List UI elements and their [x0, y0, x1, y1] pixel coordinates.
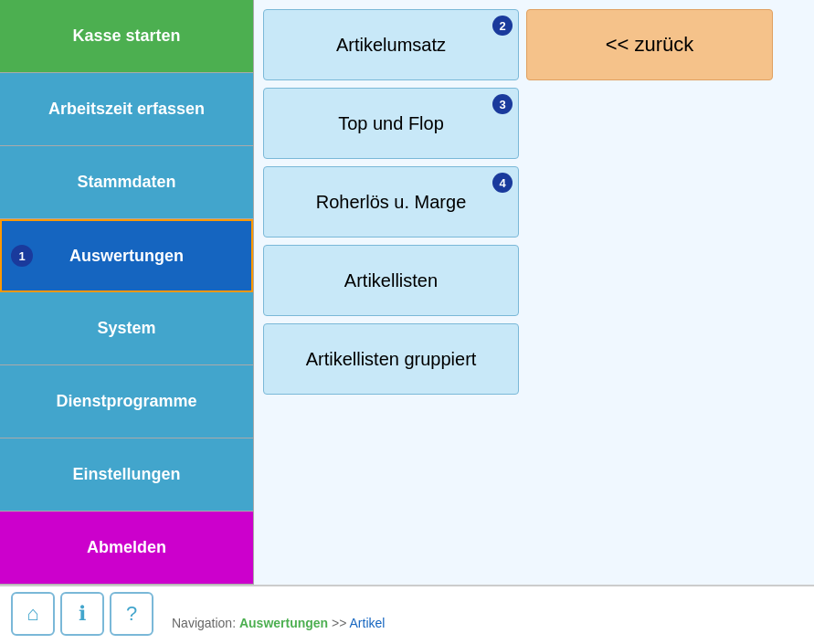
sidebar-label-stammdaten: Stammdaten: [77, 173, 175, 192]
artikelumsatz-label: Artikelumsatz: [336, 35, 446, 56]
help-button[interactable]: ?: [110, 592, 153, 636]
artikellisten-gruppiert-label: Artikellisten gruppiert: [306, 349, 477, 370]
navigation-breadcrumb: Navigation: Auswertungen >> Artikel: [172, 616, 385, 630]
sidebar-item-dienstprogramme[interactable]: Dienstprogramme: [0, 365, 253, 438]
sidebar-item-einstellungen[interactable]: Einstellungen: [0, 438, 253, 512]
artikellisten-button[interactable]: Artikellisten: [263, 245, 519, 316]
sidebar-label-dienstprogramme: Dienstprogramme: [56, 392, 196, 411]
sidebar-label-arbeitszeit: Arbeitszeit erfassen: [48, 100, 205, 119]
info-icon: ℹ: [79, 602, 86, 626]
sidebar-badge-auswertungen: 1: [11, 245, 33, 267]
top-und-flop-label: Top und Flop: [338, 113, 444, 134]
sidebar-item-abmelden[interactable]: Abmelden: [0, 512, 253, 585]
sidebar-item-kasse-starten[interactable]: Kasse starten: [0, 0, 253, 73]
footer-icons-row: ⌂ ℹ ?: [11, 592, 153, 636]
sidebar-label-abmelden: Abmelden: [87, 538, 166, 557]
sidebar-label-system: System: [97, 319, 155, 338]
nav-prefix: Navigation:: [172, 616, 239, 630]
menu-row-1: Artikelumsatz 2 << zurück: [263, 9, 805, 80]
back-label: << zurück: [606, 33, 694, 57]
menu-row-3: Roherlös u. Marge 4: [263, 166, 805, 238]
sidebar-label-einstellungen: Einstellungen: [72, 465, 180, 484]
footer: ⌂ ℹ ? DEUTSCHLAND / EUR Navigation: Ausw…: [0, 586, 814, 644]
back-button[interactable]: << zurück: [526, 9, 773, 80]
sidebar-label-auswertungen: Auswertungen: [69, 247, 184, 266]
info-button[interactable]: ℹ: [60, 592, 104, 636]
artikellisten-gruppiert-button[interactable]: Artikellisten gruppiert: [263, 323, 519, 395]
top-und-flop-button[interactable]: Top und Flop 3: [263, 88, 519, 159]
nav-path1: Auswertungen: [239, 616, 328, 630]
roherloes-marge-button[interactable]: Roherlös u. Marge 4: [263, 166, 519, 238]
roherloes-marge-badge: 4: [492, 173, 513, 193]
home-icon: ⌂: [26, 602, 38, 626]
menu-row-5: Artikellisten gruppiert: [263, 323, 805, 395]
sidebar-label-kasse-starten: Kasse starten: [72, 26, 180, 46]
home-button[interactable]: ⌂: [11, 592, 55, 636]
main-panel: Artikelumsatz 2 << zurück Top und Flop 3…: [254, 0, 814, 585]
sidebar-item-system[interactable]: System: [0, 292, 253, 365]
top-und-flop-badge: 3: [492, 94, 513, 114]
artikelumsatz-button[interactable]: Artikelumsatz 2: [263, 9, 519, 80]
artikellisten-label: Artikellisten: [344, 270, 438, 291]
sidebar-item-arbeitszeit-erfassen[interactable]: Arbeitszeit erfassen: [0, 73, 253, 146]
sidebar-item-stammdaten[interactable]: Stammdaten: [0, 146, 253, 219]
help-icon: ?: [126, 602, 137, 626]
footer-button-group: ⌂ ℹ ? DEUTSCHLAND / EUR: [11, 592, 153, 645]
menu-row-2: Top und Flop 3: [263, 88, 805, 159]
nav-path2: Artikel: [350, 616, 386, 630]
sidebar-item-auswertungen[interactable]: 1 Auswertungen: [0, 219, 253, 292]
sidebar: Kasse starten Arbeitszeit erfassen Stamm…: [0, 0, 254, 585]
roherloes-marge-label: Roherlös u. Marge: [316, 192, 467, 213]
artikelumsatz-badge: 2: [492, 16, 513, 36]
menu-row-4: Artikellisten: [263, 245, 805, 316]
